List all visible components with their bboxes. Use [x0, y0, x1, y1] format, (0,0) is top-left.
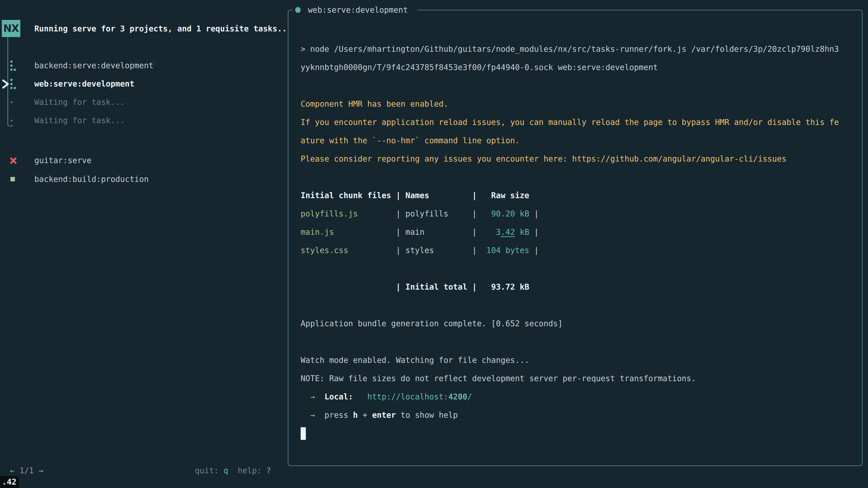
screen-overlay-badge: .42 — [0, 476, 19, 488]
terminal-line: yyknnbtgh0000gn/T/9f4c243785f8453e3f00/f… — [301, 61, 658, 73]
help-key-hint: ? — [266, 466, 271, 475]
status-dot-icon — [295, 7, 301, 13]
text-segment: ature with the `--no-hmr` command line o… — [301, 136, 520, 145]
text-segment: yyknnbtgh0000gn/T/9f4c243785f8453e3f00/f… — [301, 63, 658, 72]
text-segment: polyfills — [405, 209, 472, 218]
text-segment: main.js — [301, 228, 396, 236]
task-label: web:serve:development — [34, 78, 134, 90]
text-segment: .42 — [501, 228, 515, 236]
text-segment: | — [529, 246, 539, 255]
pager: ← 1/1 → — [10, 464, 43, 477]
pager-next-arrow-icon[interactable]: → — [38, 466, 43, 475]
terminal-line: > node /Users/mhartington/Github/guitars… — [301, 43, 839, 55]
terminal-line: If you encounter application reload issu… — [301, 116, 839, 128]
text-segment: Application bundle generation complete. … — [301, 319, 563, 328]
task-label: backend:serve:development — [34, 59, 153, 72]
panel-title-label: web:serve:development — [308, 5, 408, 14]
nx-tui-screen: { "colors":{ "background":"#16262e","acc… — [0, 0, 868, 488]
nx-logo-badge: NX — [2, 20, 20, 37]
text-segment — [301, 392, 310, 401]
terminal-line: Initial chunk files | Names | Raw size — [301, 189, 529, 201]
success-square-icon — [10, 177, 15, 182]
local-url[interactable]: http://localhost: — [367, 392, 448, 401]
text-segment: | — [529, 228, 539, 236]
help-label: help: — [228, 466, 267, 475]
text-segment[interactable]: / — [467, 392, 472, 401]
text-segment: | — [472, 228, 477, 236]
quit-label: quit: — [195, 466, 223, 475]
chevron-right-icon — [0, 78, 10, 90]
terminal-line: main.js | main | 3.42 kB | — [301, 226, 539, 238]
arrow-icon: → — [310, 392, 315, 401]
terminal-line: ature with the `--no-hmr` command line o… — [301, 134, 520, 147]
text-segment: Local: — [324, 392, 353, 401]
text-segment: NOTE: Raw file sizes do not reflect deve… — [301, 374, 696, 383]
text-segment: h — [353, 411, 358, 420]
text-segment: | — [472, 209, 477, 218]
text-segment — [301, 411, 310, 420]
task-row[interactable]: backend:serve:development — [0, 59, 287, 72]
text-segment: 3 — [477, 228, 501, 236]
text-segment: | — [396, 228, 405, 236]
spinner-icon — [10, 61, 12, 63]
text-segment: styles.css — [301, 246, 396, 255]
task-label: Waiting for task... — [34, 114, 125, 127]
terminal-line: Application bundle generation complete. … — [301, 318, 563, 330]
task-label: backend:build:production — [34, 173, 149, 185]
text-segment: Please consider reporting any issues you… — [301, 154, 572, 163]
text-segment: polyfills.js — [301, 209, 396, 218]
terminal-cursor — [301, 427, 306, 440]
text-segment: Initial chunk files | Names | Raw size — [301, 191, 529, 200]
terminal-line: polyfills.js | polyfills | 90.20 kB | — [301, 207, 539, 220]
pager-label — [15, 466, 20, 475]
text-segment: Component HMR has been enabled. — [301, 99, 448, 108]
terminal-line: styles.css | styles | 104 bytes | — [301, 244, 539, 256]
text-segment: If you encounter application reload issu… — [301, 118, 839, 127]
waiting-dot-icon — [11, 101, 12, 103]
pager-spacer — [34, 466, 38, 475]
text-segment: styles — [405, 246, 472, 255]
terminal-line: Please consider reporting any issues you… — [301, 153, 786, 165]
terminal-line: Component HMR has been enabled. — [301, 98, 448, 110]
task-label: Waiting for task... — [34, 96, 125, 108]
text-segment: | — [472, 246, 477, 255]
task-row[interactable]: web:serve:development — [0, 78, 287, 90]
text-segment: | — [396, 209, 405, 218]
text-segment: Watch mode enabled. Watching for file ch… — [301, 356, 529, 365]
terminal-line: NOTE: Raw file sizes do not reflect deve… — [301, 372, 696, 385]
task-label: guitar:serve — [34, 154, 92, 166]
text-segment: | — [396, 246, 405, 255]
text-segment: | — [529, 209, 539, 218]
text-segment — [353, 392, 367, 401]
task-row[interactable]: guitar:serve — [0, 154, 287, 166]
github-issues-link[interactable]: https://github.com/angular/angular-cli/i… — [572, 154, 786, 163]
task-row[interactable]: backend:build:production — [0, 173, 287, 185]
terminal-line: Watch mode enabled. Watching for file ch… — [301, 354, 529, 366]
terminal-line: | Initial total | 93.72 kB — [301, 281, 529, 293]
arrow-icon: → — [310, 411, 315, 420]
terminal-line: → Local: http://localhost:4200/ — [301, 391, 472, 403]
spinner-icon — [10, 79, 12, 81]
local-url-port[interactable]: 4200 — [448, 392, 467, 401]
failed-x-icon — [10, 157, 17, 165]
text-segment: 90.20 kB — [477, 209, 529, 218]
text-segment: + — [358, 411, 372, 420]
text-segment: main — [405, 228, 472, 236]
task-row[interactable]: Waiting for task... — [0, 114, 287, 127]
task-row[interactable]: Waiting for task... — [0, 96, 287, 108]
run-summary-title: Running serve for 3 projects, and 1 requ… — [34, 23, 287, 35]
text-segment: | Initial total | 93.72 kB — [301, 283, 529, 291]
help-bar: quit: q help: ? — [195, 464, 271, 477]
pager-page-label: 1/1 — [20, 466, 34, 475]
waiting-dot-icon — [11, 120, 12, 121]
panel-title: web:serve:development — [292, 4, 417, 16]
text-segment — [315, 392, 324, 401]
text-segment: to show help — [396, 411, 458, 420]
text-segment: enter — [372, 411, 396, 420]
quit-key-hint: q — [223, 466, 228, 475]
pager-prev-arrow-icon[interactable]: ← — [10, 466, 15, 475]
text-segment: press — [324, 411, 353, 420]
text-segment: 104 bytes — [477, 246, 529, 255]
text-segment — [315, 411, 324, 420]
terminal-line: → press h + enter to show help — [301, 409, 458, 421]
